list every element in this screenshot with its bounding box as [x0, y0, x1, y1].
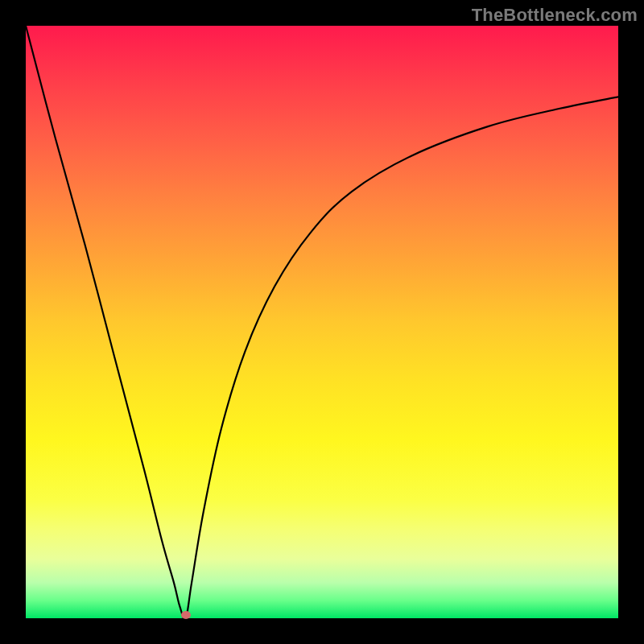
bottleneck-curve [26, 26, 618, 618]
watermark-text: TheBottleneck.com [472, 5, 638, 26]
chart-frame: TheBottleneck.com [0, 0, 644, 644]
minimum-marker [181, 611, 191, 619]
curve-svg [26, 26, 618, 618]
